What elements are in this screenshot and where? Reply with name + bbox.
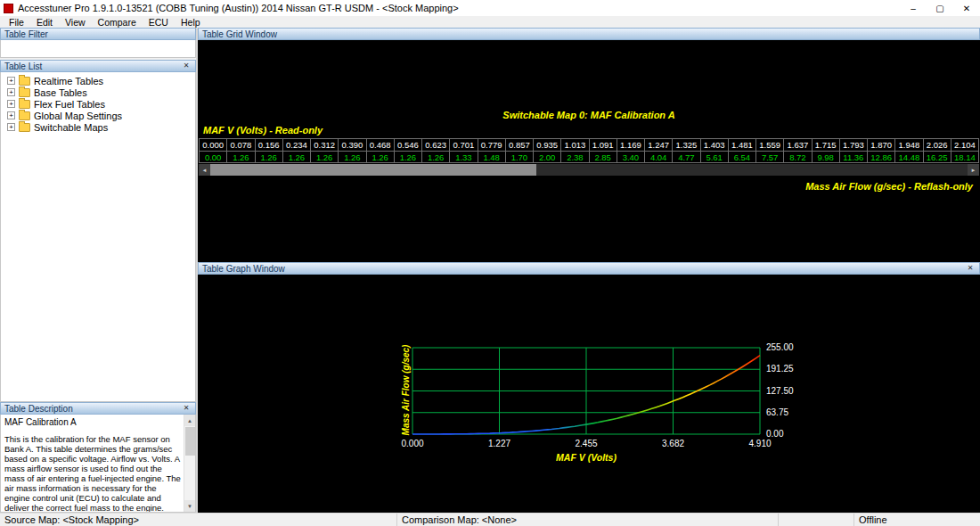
flow-cell[interactable]: 18.14 [951, 151, 979, 163]
tree-item-base-tables[interactable]: +Base Tables [1, 86, 195, 98]
scroll-right-icon[interactable]: ► [968, 164, 979, 176]
volts-cell[interactable]: 2.026 [924, 138, 951, 151]
description-scrollbar[interactable]: ▲ ▼ [184, 415, 195, 512]
y-tick-label: 63.75 [766, 407, 788, 417]
expander-icon[interactable]: + [7, 123, 15, 131]
flow-cell[interactable]: 8.72 [784, 151, 812, 163]
flow-cell[interactable]: 1.26 [395, 151, 422, 163]
volts-cell[interactable]: 1.013 [561, 138, 589, 151]
table-graph-window-header[interactable]: Table Graph Window ✕ [198, 262, 980, 275]
table-description-header[interactable]: Table Description ✕ [0, 402, 196, 415]
volts-cell[interactable]: 2.104 [951, 138, 979, 151]
grid-scrollbar[interactable]: ◄ ► [199, 164, 979, 176]
flow-cell[interactable]: 7.57 [756, 151, 784, 163]
flow-cell[interactable]: 1.26 [422, 151, 450, 163]
flow-cell[interactable]: 1.26 [367, 151, 395, 163]
volts-cell[interactable]: 1.793 [840, 138, 868, 151]
flow-cell[interactable]: 0.00 [199, 151, 227, 163]
close-icon[interactable]: ✕ [965, 264, 976, 273]
menu-ecu[interactable]: ECU [143, 17, 175, 28]
menu-file[interactable]: File [3, 17, 30, 28]
scroll-left-icon[interactable]: ◄ [199, 164, 210, 176]
volts-cell[interactable]: 1.637 [784, 138, 812, 151]
maf-curve-chart [198, 275, 978, 513]
volts-cell[interactable]: 0.701 [450, 138, 478, 151]
volts-cell[interactable]: 1.481 [729, 138, 756, 151]
app-window: Accesstuner Pro 1.9.1.0-13521 (COBB Tuni… [0, 0, 980, 526]
flow-cell[interactable]: 1.26 [227, 151, 255, 163]
volts-cell[interactable]: 1.169 [617, 138, 645, 151]
flow-cell[interactable]: 3.40 [617, 151, 645, 163]
scroll-thumb[interactable] [185, 427, 195, 456]
flow-cell[interactable]: 1.26 [339, 151, 366, 163]
volts-cell[interactable]: 0.234 [283, 138, 311, 151]
table-filter-header[interactable]: Table Filter [0, 28, 196, 40]
menu-compare[interactable]: Compare [92, 17, 143, 28]
map-title: Switchable Map 0: MAF Calibration A [198, 110, 980, 120]
flow-cell[interactable]: 1.26 [311, 151, 339, 163]
table-list-header[interactable]: Table List ✕ [0, 60, 196, 72]
volts-cell[interactable]: 1.948 [895, 138, 923, 151]
tree-item-global-map-settings[interactable]: +Global Map Settings [1, 110, 195, 121]
volts-cell[interactable]: 1.559 [756, 138, 784, 151]
volts-cell[interactable]: 0.779 [478, 138, 506, 151]
volts-cell[interactable]: 0.857 [506, 138, 534, 151]
scroll-track[interactable] [210, 164, 968, 176]
volts-cell[interactable]: 0.623 [422, 138, 450, 151]
flow-cell[interactable]: 1.26 [283, 151, 311, 163]
menu-edit[interactable]: Edit [30, 17, 59, 28]
flow-cell[interactable]: 4.04 [645, 151, 673, 163]
table-grid-window-header[interactable]: Table Grid Window [198, 28, 980, 40]
volts-cell[interactable]: 1.403 [701, 138, 729, 151]
statusbar: Source Map: <Stock Mapping> Comparison M… [0, 513, 980, 526]
volts-cell[interactable]: 1.091 [590, 138, 617, 151]
minimize-button[interactable]: – [900, 0, 927, 16]
close-button[interactable]: ✕ [953, 0, 980, 16]
volts-cell[interactable]: 0.000 [199, 138, 227, 151]
close-icon[interactable]: ✕ [181, 404, 192, 413]
flow-cell[interactable]: 14.48 [895, 151, 923, 163]
volts-cell[interactable]: 0.312 [311, 138, 339, 151]
flow-cell[interactable]: 1.70 [506, 151, 534, 163]
flow-cell[interactable]: 5.61 [701, 151, 729, 163]
scroll-up-icon[interactable]: ▲ [184, 415, 196, 426]
table-filter-body[interactable] [0, 40, 196, 58]
scroll-down-icon[interactable]: ▼ [184, 500, 196, 512]
close-icon[interactable]: ✕ [181, 62, 192, 70]
expander-icon[interactable]: + [7, 100, 15, 108]
volts-cell[interactable]: 0.078 [227, 138, 255, 151]
flow-cell[interactable]: 1.48 [478, 151, 506, 163]
expander-icon[interactable]: + [7, 77, 15, 85]
menu-help[interactable]: Help [175, 17, 207, 28]
menu-view[interactable]: View [59, 17, 92, 28]
flow-cell[interactable]: 16.25 [924, 151, 951, 163]
volts-cell[interactable]: 0.468 [367, 138, 395, 151]
volts-cell[interactable]: 0.935 [534, 138, 561, 151]
volts-cell[interactable]: 0.156 [256, 138, 283, 151]
flow-cell[interactable]: 2.00 [534, 151, 561, 163]
expander-icon[interactable]: + [7, 111, 15, 119]
flow-cell[interactable]: 9.98 [813, 151, 840, 163]
flow-cell[interactable]: 1.26 [256, 151, 283, 163]
scroll-thumb[interactable] [210, 164, 536, 176]
flow-cell[interactable]: 4.77 [673, 151, 700, 163]
volts-cell[interactable]: 1.325 [673, 138, 700, 151]
maximize-button[interactable]: ▢ [927, 0, 953, 16]
volts-cell[interactable]: 1.870 [868, 138, 895, 151]
tree-item-flex-fuel-tables[interactable]: +Flex Fuel Tables [1, 98, 195, 110]
x-tick-label: 2.455 [575, 439, 597, 448]
flow-cell[interactable]: 12.86 [868, 151, 895, 163]
volts-cell[interactable]: 1.247 [645, 138, 673, 151]
flow-cell[interactable]: 11.36 [840, 151, 868, 163]
volts-cell[interactable]: 0.390 [339, 138, 366, 151]
flow-cell[interactable]: 1.33 [450, 151, 478, 163]
volts-cell[interactable]: 0.546 [395, 138, 422, 151]
x-tick-label: 3.682 [662, 439, 684, 448]
flow-cell[interactable]: 2.38 [561, 151, 589, 163]
flow-cell[interactable]: 2.85 [590, 151, 617, 163]
tree-item-switchable-maps[interactable]: +Switchable Maps [1, 121, 195, 133]
tree-item-realtime-tables[interactable]: +Realtime Tables [1, 75, 195, 86]
expander-icon[interactable]: + [7, 88, 15, 96]
volts-cell[interactable]: 1.715 [813, 138, 840, 151]
flow-cell[interactable]: 6.54 [729, 151, 756, 163]
